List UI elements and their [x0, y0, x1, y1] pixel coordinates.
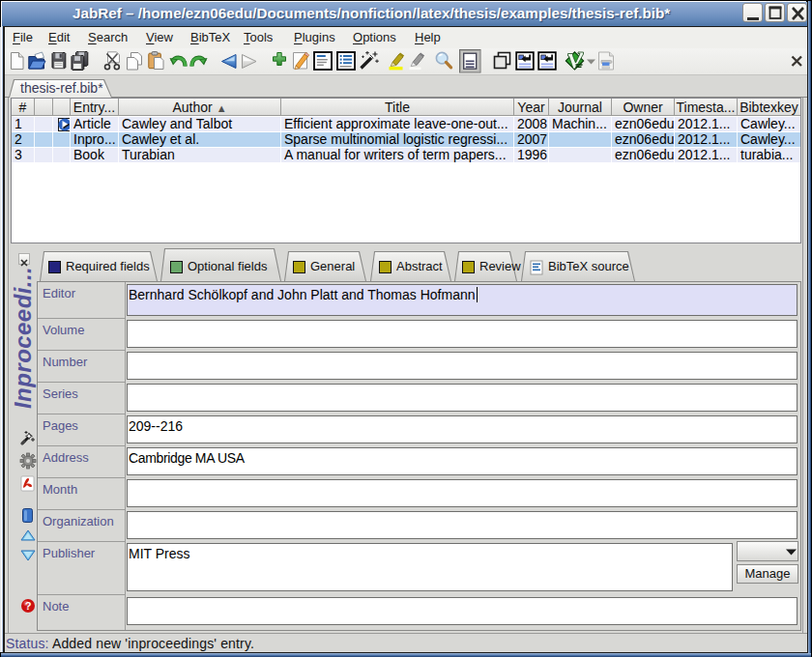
svg-text:?: ?: [25, 600, 32, 612]
